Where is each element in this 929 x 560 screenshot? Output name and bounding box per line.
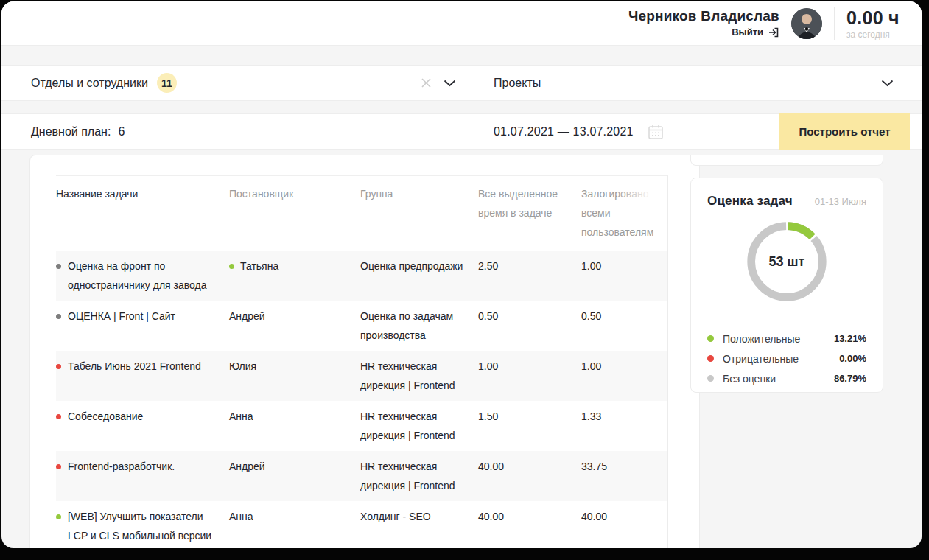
report-toolbar: Дневной план: 6 01.07.2021 — 13.07.2021 … [1,113,922,150]
task-group: Оценка по задачам производства [360,307,478,345]
app-header: Черников Владислав Выйти [1,1,922,46]
task-table-card: Название задачи Постановщик Группа Все в… [29,155,700,548]
allocated-hours: 40.00 [478,507,581,526]
table-row[interactable]: Frontend-разработчик. Андрей HR техничес… [56,451,667,501]
assigner-name: Юлия [229,357,360,376]
content-area: Название задачи Постановщик Группа Все в… [1,150,922,548]
allocated-hours: 1.50 [478,407,581,426]
task-group: Оценка предпродажи [360,256,478,276]
table-row[interactable]: ОЦЕНКА | Front | Сайт Андрей Оценка по з… [56,301,667,351]
header-divider [834,7,835,40]
allocated-hours: 2.50 [478,256,581,276]
allocated-hours: 40.00 [478,457,581,476]
hours-caption: за сегодня [846,29,910,40]
avatar[interactable] [791,8,822,39]
task-table-scroll-area[interactable]: Название задачи Постановщик Группа Все в… [56,175,668,548]
logged-hours: 1.00 [581,256,667,276]
table-header-row: Название задачи Постановщик Группа Все в… [56,176,667,251]
table-row[interactable]: [WEB] Улучшить показатели LCP и CLS моби… [56,501,667,548]
assigner-name: Андрей [229,457,360,476]
projects-label: Проекты [494,77,541,90]
column-logged: Залогировано всеми пользователям [581,184,667,242]
task-group: Холдинг - SEO [360,507,478,526]
spacer [1,101,922,113]
allocated-hours: 1.00 [478,357,581,376]
rating-period: 01-13 Июля [815,196,866,207]
task-group: HR техническая дирекция | Frontend [360,457,478,495]
divider [707,321,866,321]
table-row[interactable]: Оценка на фронт по одностраничнику для з… [56,251,667,301]
column-task: Название задачи [56,184,229,203]
date-range-picker[interactable]: 01.07.2021 — 13.07.2021 [494,114,665,149]
departments-count-badge: 11 [157,73,177,93]
task-name: Оценка на фронт по одностраничнику для з… [68,256,219,295]
assigner-name: Анна [229,407,360,426]
assigner-name: Андрей [229,307,360,326]
assigner-name: Татьяна [240,256,278,276]
hours-today: 0.00 ч [846,7,910,29]
legend-item-unrated: Без оценки 86.79% [707,368,866,388]
logged-hours: 1.33 [581,407,667,426]
column-assigner: Постановщик [229,184,360,203]
task-status-dot [56,264,61,269]
task-status-dot [56,464,61,469]
daily-plan: Дневной план: 6 [31,125,125,139]
negative-dot [707,355,714,362]
logout-button[interactable]: Выйти [732,27,779,38]
task-status-dot [56,364,61,369]
task-status-dot [56,314,61,319]
allocated-hours: 0.50 [478,307,581,326]
departments-filter[interactable]: Отделы и сотрудники 11 [1,66,477,100]
task-group: HR техническая дирекция | Frontend [360,357,478,395]
rating-legend: Положительные 13.21% Отрицательные 0.00%… [707,329,866,388]
logged-hours: 40.00 [581,507,667,526]
right-sidebar: Оценка задач 01-13 Июля 53 шт [690,150,883,393]
table-row[interactable]: Табель Июнь 2021 Frontend Юлия HR технич… [56,351,667,401]
app-window: Черников Владислав Выйти [1,1,922,548]
departments-label: Отделы и сотрудники [31,77,148,90]
projects-chevron-down-icon[interactable] [878,77,897,90]
daily-plan-label: Дневной план: [31,125,111,139]
unrated-dot [707,375,714,382]
filter-bar: Отделы и сотрудники 11 Проекты [1,65,922,101]
rating-title: Оценка задач [707,194,793,209]
calendar-icon[interactable] [647,123,665,141]
user-name: Черников Владислав [628,8,779,24]
clear-filter-icon[interactable] [418,74,435,91]
table-row[interactable]: Собеседование Анна HR техническая дирекц… [56,401,667,451]
task-name: Frontend-разработчик. [68,457,175,476]
partial-card [690,155,883,166]
task-name: Собеседование [68,407,143,426]
rating-donut-chart: 53 шт [744,219,830,304]
logged-hours: 0.50 [581,307,667,326]
departments-chevron-down-icon[interactable] [441,77,459,90]
projects-filter[interactable]: Проекты [477,66,922,100]
logout-icon [768,27,779,38]
column-group: Группа [360,184,478,203]
task-group: HR техническая дирекция | Frontend [360,407,478,445]
assigner-name: Анна [229,507,360,526]
legend-item-positive: Положительные 13.21% [707,329,866,349]
positive-dot [707,335,714,342]
logged-hours: 1.00 [581,357,667,376]
task-status-dot [56,514,61,519]
legend-item-negative: Отрицательные 0.00% [707,349,866,368]
logout-label: Выйти [732,27,763,38]
task-rating-card: Оценка задач 01-13 Июля 53 шт [690,178,883,393]
date-range-value: 01.07.2021 — 13.07.2021 [494,125,634,139]
column-allocated: Все выделенное время в задаче [478,184,581,223]
donut-center-label: 53 шт [744,219,830,304]
assigner-status-dot [229,264,234,269]
build-report-button[interactable]: Построить отчет [779,113,910,150]
task-name: ОЦЕНКА | Front | Сайт [68,307,175,326]
spacer [1,46,922,65]
task-status-dot [56,414,61,419]
task-name: Табель Июнь 2021 Frontend [68,357,201,376]
logged-hours: 33.75 [581,457,667,476]
daily-plan-value: 6 [118,125,125,139]
task-name: [WEB] Улучшить показатели LCP и CLS моби… [68,507,219,548]
